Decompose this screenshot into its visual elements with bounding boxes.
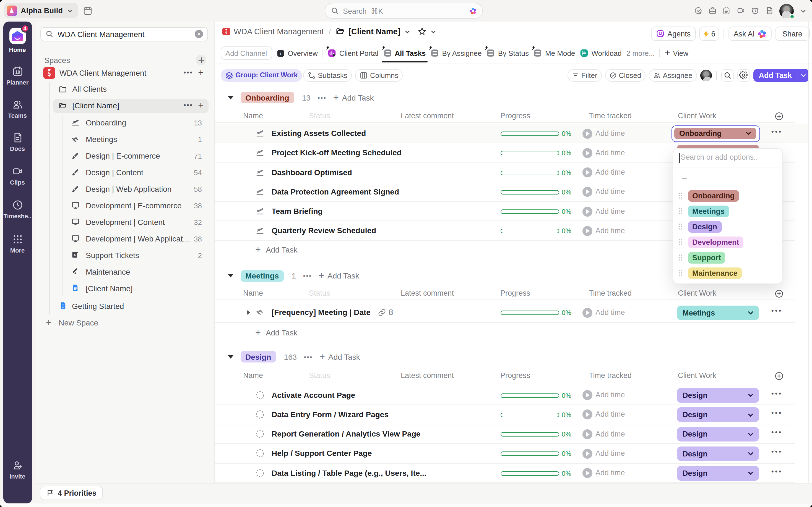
svg-text:$: $	[74, 253, 76, 257]
svg-text:19: 19	[15, 70, 20, 74]
svg-text:i: i	[280, 51, 282, 56]
